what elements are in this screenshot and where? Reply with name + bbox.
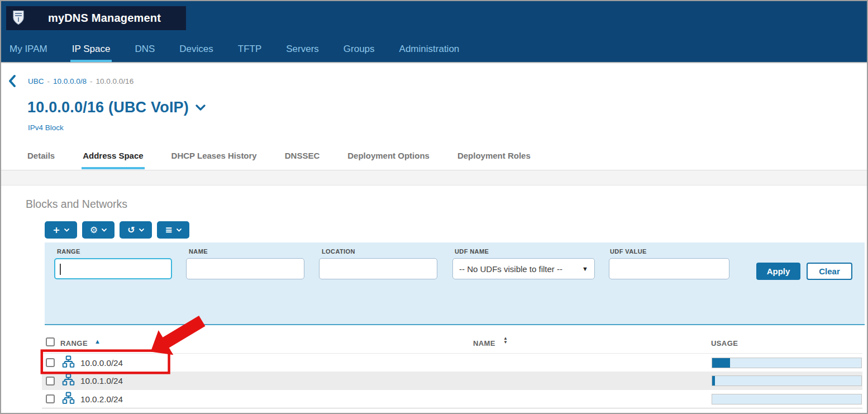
column-header-range[interactable]: RANGE (60, 339, 88, 348)
table-row[interactable]: 10.0.1.0/24 (42, 372, 862, 390)
row-checkbox[interactable] (46, 358, 55, 367)
name-filter-label: NAME (189, 248, 208, 255)
nav-item-ip-space[interactable]: IP Space (70, 38, 112, 62)
nav-item-dns[interactable]: DNS (133, 38, 156, 62)
range-filter-input[interactable] (54, 258, 172, 279)
breadcrumb-separator: - (87, 77, 96, 85)
column-header-name[interactable]: NAME (473, 339, 495, 348)
main-navigation: My IPAM IP Space DNS Devices TFTP Server… (6, 36, 463, 62)
tab-dhcp-leases-history[interactable]: DHCP Leases History (170, 147, 258, 169)
table-body: 10.0.0.0/24 10.0.1.0/24 (1, 353, 867, 408)
text-caret (60, 264, 61, 275)
clear-button[interactable]: Clear (807, 263, 852, 280)
app-title: myDNS Management (31, 12, 161, 25)
range-filter-label: RANGE (57, 248, 80, 255)
udf-value-filter-input[interactable] (609, 258, 729, 279)
breadcrumb-ubc[interactable]: UBC (28, 77, 44, 85)
tab-deployment-options[interactable]: Deployment Options (346, 147, 431, 169)
add-icon: + (53, 226, 60, 235)
tab-details[interactable]: Details (26, 147, 56, 169)
network-icon (62, 373, 75, 388)
back-arrow-icon[interactable] (8, 74, 16, 90)
history-icon: ↺ (127, 226, 135, 235)
select-all-checkbox[interactable] (46, 337, 55, 346)
top-header-bar: myDNS Management My IPAM IP Space DNS De… (1, 1, 867, 63)
page-title: 10.0.0.0/16 (UBC VoIP) (27, 99, 189, 116)
gear-icon: ⚙ (90, 226, 98, 235)
section-title: Blocks and Networks (26, 198, 127, 211)
dropdown-arrow-icon: ▼ (582, 265, 588, 272)
tab-bar: Details Address Space DHCP Leases Histor… (26, 147, 532, 169)
udf-value-filter-label: UDF VALUE (610, 248, 647, 255)
history-button[interactable]: ↺ (120, 221, 152, 239)
breadcrumb-separator: - (44, 77, 54, 85)
chevron-down-icon (102, 229, 107, 232)
usage-fill (712, 358, 730, 368)
ubc-crest-logo-icon (12, 10, 25, 28)
udf-name-selected-value: -- No UDFs visible to filter -- (459, 264, 562, 274)
sort-both-icon[interactable]: ▲▼ (503, 337, 508, 344)
sort-ascending-icon[interactable]: ▲ (94, 338, 101, 345)
apply-button[interactable]: Apply (756, 263, 800, 280)
tab-deployment-roles[interactable]: Deployment Roles (456, 147, 532, 169)
filter-panel: RANGE NAME LOCATION UDF NAME UDF VALUE -… (45, 242, 865, 325)
settings-button[interactable]: ⚙ (82, 221, 115, 239)
nav-item-devices[interactable]: Devices (178, 38, 214, 62)
sub-header-strip (1, 170, 867, 185)
network-icon (62, 355, 75, 370)
nav-item-administration[interactable]: Administration (398, 38, 461, 62)
name-filter-input[interactable] (186, 258, 304, 279)
location-filter-label: LOCATION (322, 248, 355, 255)
nav-item-servers[interactable]: Servers (284, 38, 321, 62)
usage-fill (712, 376, 715, 386)
udf-name-filter-label: UDF NAME (455, 248, 489, 255)
object-type-label: IPv4 Block (28, 123, 64, 132)
brand-box: myDNS Management (6, 6, 186, 30)
tab-dnssec[interactable]: DNSSEC (284, 147, 321, 169)
app-window: myDNS Management My IPAM IP Space DNS De… (0, 0, 868, 414)
table-header-row: RANGE ▲ NAME ▲▼ USAGE (1, 336, 867, 353)
breadcrumb: UBC-10.0.0.0/8-10.0.0.0/16 (28, 77, 133, 85)
usage-bar (712, 375, 862, 386)
table-row[interactable]: 10.0.0.0/24 (42, 353, 862, 372)
range-cell[interactable]: 10.0.1.0/24 (80, 376, 123, 386)
tab-address-space[interactable]: Address Space (82, 147, 144, 169)
chevron-down-icon (64, 229, 69, 232)
nav-item-groups[interactable]: Groups (342, 38, 376, 62)
location-filter-input[interactable] (319, 258, 437, 279)
range-cell[interactable]: 10.0.0.0/24 (80, 358, 123, 368)
breadcrumb-current: 10.0.0.0/16 (96, 77, 134, 85)
nav-item-tftp[interactable]: TFTP (236, 38, 264, 62)
udf-name-select[interactable]: -- No UDFs visible to filter -- ▼ (452, 258, 595, 279)
chevron-down-icon (139, 229, 144, 232)
add-button[interactable]: + (45, 221, 77, 239)
filter-options-button[interactable]: ≡ (157, 221, 189, 239)
chevron-down-icon (177, 229, 182, 232)
table-row[interactable]: 10.0.2.0/24 (42, 390, 862, 408)
column-header-usage: USAGE (711, 339, 738, 348)
usage-bar (712, 358, 862, 368)
range-cell[interactable]: 10.0.2.0/24 (80, 394, 123, 404)
row-checkbox[interactable] (46, 377, 55, 386)
usage-bar (712, 394, 862, 405)
row-checkbox[interactable] (46, 394, 55, 403)
title-chevron-down-icon[interactable] (195, 103, 206, 113)
sliders-icon: ≡ (165, 226, 172, 235)
nav-item-my-ipam[interactable]: My IPAM (8, 38, 49, 62)
network-icon (62, 392, 75, 407)
breadcrumb-block-8[interactable]: 10.0.0.0/8 (53, 77, 87, 85)
table-toolbar: + ⚙ ↺ ≡ (45, 221, 189, 239)
